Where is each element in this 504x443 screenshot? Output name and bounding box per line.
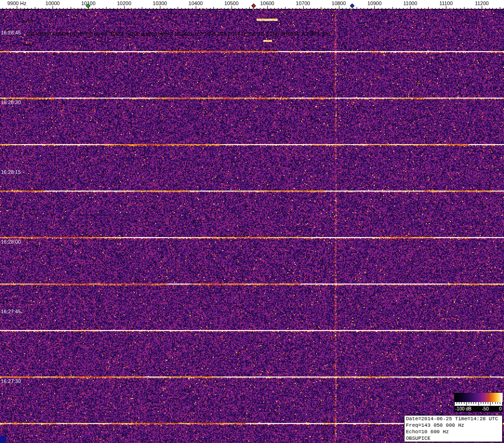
colorbar-gradient [454, 393, 503, 402]
freq-tick-label: 10600 [260, 0, 274, 6]
meteor-spectrogram-window: 9900 Hz100001010010200103001040010500106… [0, 0, 504, 443]
time-tick-label: 16:28:00 [1, 239, 21, 245]
colorbar-label-max: 0 [499, 406, 502, 411]
freq-tick-label: 10800 [332, 0, 346, 6]
info-date-time: Date=2014-06-25 Time=14:28 UTC [406, 416, 501, 422]
colorbar-label-min: -100 dB [455, 406, 471, 411]
freq-tick-label: 9900 Hz [7, 0, 27, 6]
freq-tick-label: 11200 [475, 0, 489, 6]
freq-tick-label: 10400 [189, 0, 203, 6]
time-tick-label: 16:27:30 [1, 378, 21, 384]
freq-tick-label: 10000 [46, 0, 60, 6]
time-tick-label: 16:27:45 [1, 309, 21, 314]
colorbar: -100 dB -50 0 [454, 393, 503, 412]
freq-tick-label: 10900 [367, 0, 382, 6]
freq-tick-label: 11000 [404, 0, 418, 6]
time-tick-label: 16:28:30 [1, 99, 21, 105]
info-frequency: Freq=143 050 000 Hz [406, 422, 501, 429]
colorbar-label-mid: -50 [482, 406, 489, 411]
detection-log-text: 20140625142842516 hCnt22 nb-86 f10601 hi… [27, 31, 331, 37]
colorbar-labels: -100 dB -50 0 [454, 406, 503, 412]
colorbar-tick-strip [454, 402, 503, 406]
echo-time-annotation: ^t+47 [21, 19, 33, 24]
time-tick-label: 16:28:45 [1, 30, 21, 35]
freq-tick-label: 11100 [439, 0, 453, 6]
echo-time-annotation: ^t+42 [21, 42, 33, 47]
waterfall-area: 16:28:4516:28:3016:28:1516:28:0016:27:45… [0, 9, 504, 443]
freq-tick-label: 10700 [296, 0, 310, 6]
info-station-name: OBSUPICE [406, 435, 501, 442]
freq-tick-label: 10300 [153, 0, 167, 6]
status-info-box: Date=2014-06-25 Time=14:28 UTC Freq=143 … [404, 415, 503, 442]
freq-tick-label: 10500 [224, 0, 239, 6]
bottom-left-patch [0, 436, 6, 443]
time-tick-label: 16:28:15 [1, 169, 21, 175]
freq-tick-label: 10200 [117, 0, 132, 6]
spectrogram-canvas [0, 9, 504, 443]
info-echo-frequency: Echo=10 600 Hz [406, 429, 501, 435]
frequency-ruler: 9900 Hz100001010010200103001040010500106… [0, 0, 504, 9]
